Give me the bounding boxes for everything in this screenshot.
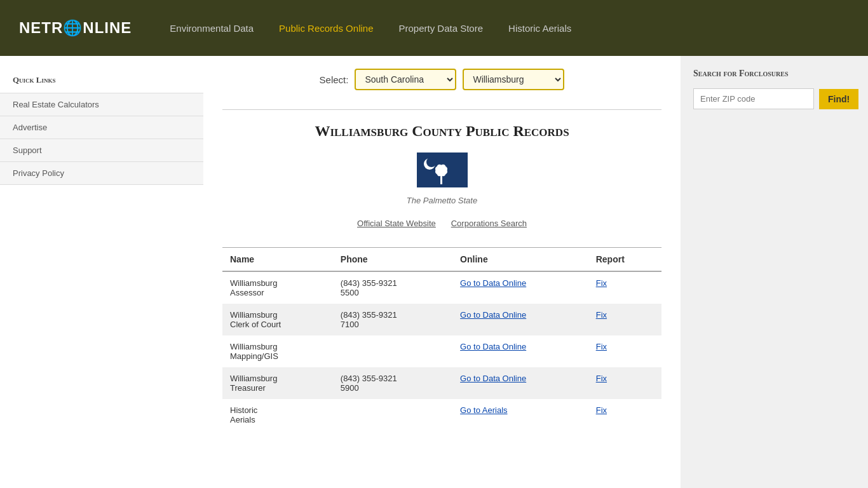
records-table: Name Phone Online Report WilliamsburgAss… (222, 247, 661, 431)
fix-link[interactable]: Fix (596, 405, 607, 415)
globe-icon: 🌐 (63, 19, 83, 36)
corporations-search-link[interactable]: Corporations Search (451, 219, 527, 228)
cell-name: WilliamsburgAssessor (222, 271, 333, 304)
selector-row: Select: South Carolina Williamsburg (222, 69, 661, 90)
cell-phone (333, 336, 452, 367)
cell-phone: (843) 355-93215900 (333, 367, 452, 399)
left-sidebar: Quick Links Real Estate Calculators Adve… (0, 56, 203, 488)
cell-online: Go to Data Online (452, 367, 588, 399)
main-nav: Environmental Data Public Records Online… (170, 23, 571, 34)
cell-report: Fix (588, 336, 661, 367)
cell-name: WilliamsburgClerk of Court (222, 304, 333, 336)
right-sidebar: Search for Forclosures Find! (681, 56, 868, 488)
cell-name: WilliamsburgTreasurer (222, 367, 333, 399)
fix-link[interactable]: Fix (596, 374, 607, 383)
nav-property-data[interactable]: Property Data Store (398, 23, 483, 34)
quick-links-title: Quick Links (0, 69, 203, 93)
cell-online: Go to Aerials (452, 399, 588, 431)
state-motto: The Palmetto State (222, 196, 661, 205)
col-report: Report (588, 248, 661, 272)
col-phone: Phone (333, 248, 452, 272)
select-label: Select: (320, 74, 349, 85)
table-row: WilliamsburgMapping/GISGo to Data Online… (222, 336, 661, 367)
county-section: Williamsburg County Public Records (222, 109, 661, 431)
cell-report: Fix (588, 271, 661, 304)
nav-public-records[interactable]: Public Records Online (279, 23, 373, 34)
official-state-website-link[interactable]: Official State Website (357, 219, 436, 228)
cell-online: Go to Data Online (452, 304, 588, 336)
cell-online: Go to Data Online (452, 271, 588, 304)
cell-report: Fix (588, 399, 661, 431)
cell-name: WilliamsburgMapping/GIS (222, 336, 333, 367)
sidebar-item-support[interactable]: Support (0, 139, 203, 161)
go-to-data-link[interactable]: Go to Data Online (460, 278, 526, 288)
zip-input[interactable] (693, 88, 814, 109)
table-row: HistoricAerialsGo to AerialsFix (222, 399, 661, 431)
main-content: Select: South Carolina Williamsburg Will… (203, 56, 681, 488)
go-to-data-link[interactable]: Go to Aerials (460, 405, 507, 415)
sidebar-item-real-estate[interactable]: Real Estate Calculators (0, 93, 203, 116)
foreclosure-title: Search for Forclosures (693, 69, 855, 79)
go-to-data-link[interactable]: Go to Data Online (460, 374, 526, 383)
state-flag-container (222, 152, 661, 189)
nav-historic-aerials[interactable]: Historic Aerials (508, 23, 571, 34)
table-row: WilliamsburgAssessor(843) 355-93215500Go… (222, 271, 661, 304)
cell-phone: (843) 355-93215500 (333, 271, 452, 304)
table-row: WilliamsburgTreasurer(843) 355-93215900G… (222, 367, 661, 399)
fix-link[interactable]: Fix (596, 310, 607, 320)
main-container: Quick Links Real Estate Calculators Adve… (0, 56, 868, 488)
state-select[interactable]: South Carolina (355, 69, 456, 90)
go-to-data-link[interactable]: Go to Data Online (460, 310, 526, 320)
cell-name: HistoricAerials (222, 399, 333, 431)
state-flag (417, 152, 468, 187)
find-button[interactable]: Find! (819, 89, 858, 109)
fix-link[interactable]: Fix (596, 342, 607, 351)
site-logo: NETR🌐NLINE (19, 19, 132, 37)
nav-environmental-data[interactable]: Environmental Data (170, 23, 254, 34)
cell-phone (333, 399, 452, 431)
col-online: Online (452, 248, 588, 272)
svg-point-2 (426, 157, 437, 167)
site-header: NETR🌐NLINE Environmental Data Public Rec… (0, 0, 868, 56)
county-select[interactable]: Williamsburg (463, 69, 564, 90)
cell-online: Go to Data Online (452, 336, 588, 367)
col-name: Name (222, 248, 333, 272)
cell-report: Fix (588, 367, 661, 399)
state-links: Official State Website Corporations Sear… (222, 218, 661, 228)
sidebar-item-privacy[interactable]: Privacy Policy (0, 161, 203, 185)
county-title: Williamsburg County Public Records (222, 123, 661, 140)
cell-report: Fix (588, 304, 661, 336)
cell-phone: (843) 355-93217100 (333, 304, 452, 336)
table-row: WilliamsburgClerk of Court(843) 355-9321… (222, 304, 661, 336)
go-to-data-link[interactable]: Go to Data Online (460, 342, 526, 351)
foreclosure-form: Find! (693, 88, 855, 109)
sidebar-item-advertise[interactable]: Advertise (0, 116, 203, 139)
fix-link[interactable]: Fix (596, 278, 607, 288)
